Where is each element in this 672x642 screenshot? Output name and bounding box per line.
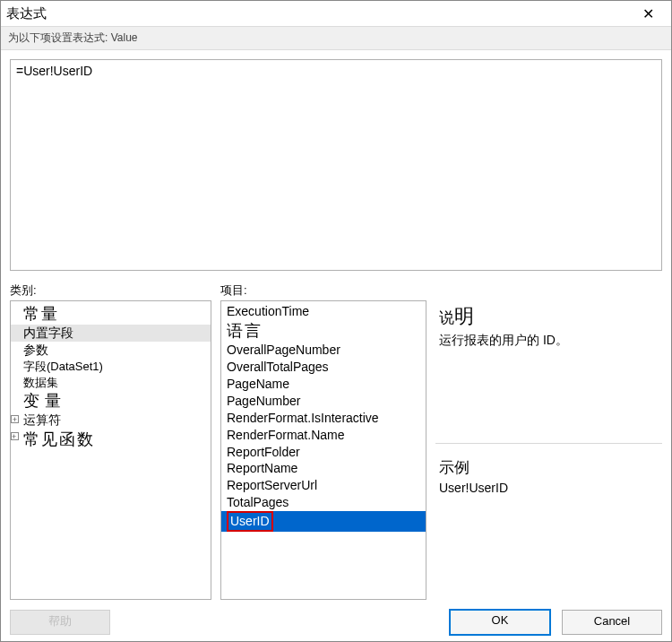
category-item[interactable]: 数据集	[11, 375, 211, 391]
help-button: 帮助	[10, 610, 110, 635]
list-item[interactable]: PageName	[221, 376, 426, 393]
title-bar: 表达式 ✕	[1, 1, 671, 27]
expression-editor-wrap: =User!UserID	[1, 50, 671, 277]
category-item[interactable]: 参数	[11, 342, 211, 359]
description-column: 说明 运行报表的用户的 ID。 示例 User!UserID	[435, 282, 662, 600]
example-heading: 示例	[439, 456, 659, 480]
separator	[435, 443, 662, 444]
list-item[interactable]: OverallPageNumber	[221, 342, 426, 359]
description-body: 运行报表的用户的 ID。	[439, 331, 659, 350]
example-body: User!UserID	[439, 479, 659, 498]
category-item[interactable]: 字段(DataSet1)	[11, 359, 211, 375]
list-item[interactable]: RenderFormat.IsInteractive	[221, 410, 426, 427]
ok-button[interactable]: OK	[449, 609, 551, 636]
close-button[interactable]: ✕	[630, 5, 666, 22]
list-item[interactable]: ExecutionTime	[221, 303, 426, 320]
category-item-label: 变量	[23, 392, 66, 410]
category-item[interactable]: +常见函数	[11, 429, 211, 450]
category-item-label: 参数	[23, 343, 48, 357]
category-item[interactable]: +运算符	[11, 412, 211, 429]
subheader-target: Value	[111, 31, 138, 44]
list-item[interactable]: OverallTotalPages	[221, 359, 426, 376]
category-item-label: 运算符	[23, 412, 61, 427]
list-item-label: UserID	[227, 511, 273, 532]
category-item-label: 常见函数	[23, 430, 95, 448]
description-heading: 说明	[439, 301, 659, 331]
dialog-footer: 帮助 OK Cancel	[1, 600, 671, 641]
category-column: 类别: 常量内置字段参数字段(DataSet1)数据集变量+运算符+常见函数	[10, 282, 211, 600]
list-item[interactable]: ReportName	[221, 460, 426, 477]
category-list[interactable]: 常量内置字段参数字段(DataSet1)数据集变量+运算符+常见函数	[10, 300, 211, 600]
list-item[interactable]: PageNumber	[221, 393, 426, 410]
cancel-button[interactable]: Cancel	[562, 610, 662, 635]
category-item-label: 数据集	[23, 376, 58, 389]
category-item-label: 内置字段	[23, 325, 73, 340]
category-label: 类别:	[10, 282, 211, 300]
subheader: 为以下项设置表达式: Value	[1, 27, 671, 50]
list-item[interactable]: UserID	[221, 511, 426, 532]
list-item[interactable]: RenderFormat.Name	[221, 427, 426, 444]
middle-panels: 类别: 常量内置字段参数字段(DataSet1)数据集变量+运算符+常见函数 项…	[1, 277, 671, 600]
items-column: 项目: ExecutionTime语言OverallPageNumberOver…	[220, 282, 426, 600]
expand-icon[interactable]: +	[11, 432, 19, 440]
items-label: 项目:	[220, 282, 426, 300]
list-item[interactable]: 语言	[221, 320, 426, 342]
category-item-label: 常量	[23, 305, 59, 323]
category-item[interactable]: 内置字段	[11, 325, 211, 342]
list-item[interactable]: TotalPages	[221, 494, 426, 511]
expression-editor[interactable]: =User!UserID	[10, 59, 662, 271]
dialog-window: 表达式 ✕ 为以下项设置表达式: Value =User!UserID 类别: …	[0, 0, 672, 642]
items-list[interactable]: ExecutionTime语言OverallPageNumberOverallT…	[220, 300, 426, 600]
expand-icon[interactable]: +	[11, 415, 19, 423]
list-item[interactable]: ReportFolder	[221, 444, 426, 461]
subheader-label: 为以下项设置表达式:	[8, 31, 108, 44]
list-item[interactable]: ReportServerUrl	[221, 477, 426, 494]
category-item[interactable]: 常量	[11, 303, 211, 325]
window-title: 表达式	[6, 5, 630, 22]
category-item-label: 字段(DataSet1)	[23, 360, 103, 373]
category-item[interactable]: 变量	[11, 390, 211, 412]
